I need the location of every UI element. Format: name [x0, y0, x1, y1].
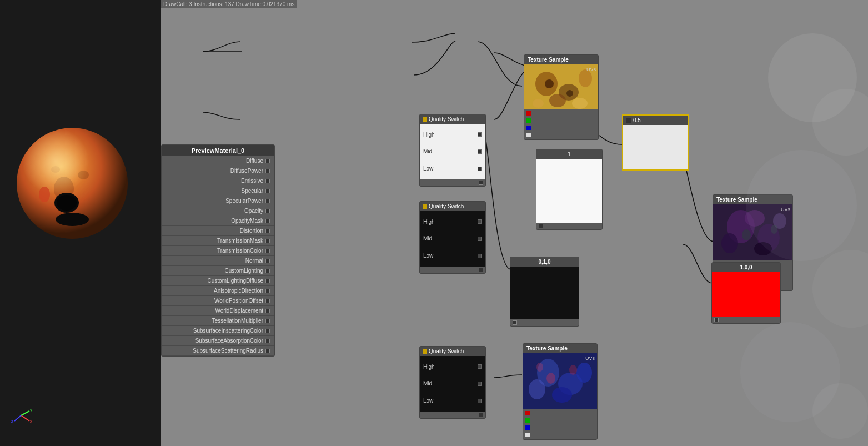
svg-line-12 [14, 415, 21, 421]
pm-row-distortion: Distortion [162, 226, 274, 236]
port-normal[interactable] [265, 259, 270, 263]
port-specularpower[interactable] [265, 199, 270, 203]
node-quality-switch-1[interactable]: Quality Switch High Mid Low [419, 114, 486, 187]
ts1-uvs-label: UVs [586, 67, 596, 72]
qs1-output-port[interactable] [479, 181, 483, 185]
port-subsurfacescatter[interactable] [265, 349, 270, 353]
port-customlightingdiffuse[interactable] [265, 279, 270, 283]
qs2-body: High Mid Low [420, 211, 485, 267]
pm-row-subsurfaceinsc: SubsurfaceInscatteringColor [162, 326, 274, 336]
qs2-output-port[interactable] [479, 268, 483, 272]
ts3-green-dot[interactable] [525, 418, 530, 423]
node-constant-100[interactable]: 1,0,0 [711, 262, 781, 324]
svg-point-41 [569, 365, 577, 375]
c010-header: 0,1,0 [510, 257, 579, 267]
ts1-image: UVs [524, 64, 598, 109]
svg-line-11 [21, 411, 29, 415]
qs2-header: Quality Switch [420, 202, 485, 211]
pm-row-anisotropic: AnisotropicDirection [162, 286, 274, 296]
pm-row-subsurfacescatter: SubsurfaceScatteringRadius [162, 346, 274, 356]
port-transmissioncolor[interactable] [265, 249, 270, 253]
c1-header: 1 [536, 149, 602, 159]
ts3-port-blue [525, 424, 595, 431]
ts2-image: UVs [713, 204, 792, 260]
node-constant-1[interactable]: 1 [536, 149, 603, 230]
svg-point-29 [721, 233, 738, 253]
qs1-port-high[interactable] [478, 132, 482, 137]
c1-output-port[interactable] [539, 224, 543, 228]
svg-point-39 [552, 387, 572, 403]
svg-point-44 [812, 89, 868, 156]
ts2-uvs-label: UVs [781, 207, 790, 212]
port-worldposition[interactable] [265, 299, 270, 303]
ts3-red-dot[interactable] [525, 411, 530, 415]
c100-output-port[interactable] [714, 318, 719, 322]
qs1-output [420, 179, 485, 186]
svg-point-23 [545, 79, 554, 88]
ts3-blue-dot[interactable] [525, 425, 530, 430]
qs3-port-high[interactable] [478, 364, 482, 369]
ts3-uvs-label: UVs [585, 355, 595, 361]
c010-output-port[interactable] [513, 320, 517, 325]
qs2-port-high[interactable] [478, 219, 482, 224]
port-anisotropic[interactable] [265, 289, 270, 293]
svg-point-32 [742, 229, 751, 240]
ts1-port-blue [526, 124, 596, 131]
ts1-red-dot[interactable] [526, 111, 531, 116]
node-texture-sample-3[interactable]: Texture Sample UVs [523, 343, 598, 440]
port-tessellation[interactable] [265, 319, 270, 323]
qs2-port-mid[interactable] [478, 237, 482, 241]
pm-row-opacity: Opacity [162, 206, 274, 216]
node-graph[interactable]: PreviewMaterial_0 Diffuse DiffusePower E… [161, 11, 868, 446]
node-preview-material[interactable]: PreviewMaterial_0 Diffuse DiffusePower E… [161, 144, 275, 357]
port-emissive[interactable] [265, 179, 270, 183]
qs3-port-mid[interactable] [478, 382, 482, 386]
c010-output [510, 319, 579, 326]
node-constant-05[interactable]: 0.5 [622, 114, 689, 171]
node-texture-sample-1[interactable]: Texture Sample UVs [524, 54, 599, 140]
ts1-green-dot[interactable] [526, 118, 531, 123]
port-opacitymask[interactable] [265, 219, 270, 223]
node-quality-switch-2[interactable]: Quality Switch High Mid Low [419, 201, 486, 274]
port-subsurfaceabs[interactable] [265, 339, 270, 343]
port-opacity[interactable] [265, 209, 270, 213]
qs3-output-port[interactable] [479, 413, 483, 417]
c05-port-in[interactable] [626, 118, 631, 123]
qs2-port-low[interactable] [478, 254, 482, 258]
qs1-port-mid[interactable] [478, 149, 482, 154]
ts3-white-dot[interactable] [525, 433, 530, 437]
port-specular[interactable] [265, 189, 270, 193]
qs3-port-low[interactable] [478, 399, 482, 403]
port-diffuse[interactable] [265, 159, 270, 163]
ts3-image: UVs [523, 353, 597, 409]
port-worlddisplacement[interactable] [265, 309, 270, 313]
ts1-white-dot[interactable] [526, 133, 531, 137]
pm-row-opacitymask: OpacityMask [162, 216, 274, 226]
c05-value: 0.5 [633, 117, 641, 123]
qs3-title: Quality Switch [429, 348, 464, 354]
svg-point-47 [740, 322, 840, 422]
port-distortion[interactable] [265, 229, 270, 233]
ts1-blue-dot[interactable] [526, 126, 531, 130]
qs1-row-mid: Mid [420, 146, 485, 157]
ts1-port-white [526, 132, 596, 138]
preview-material-header: PreviewMaterial_0 [162, 145, 274, 156]
port-diffusepower[interactable] [265, 169, 270, 173]
qs1-icon [423, 117, 427, 122]
ts3-port-green [525, 417, 595, 424]
port-transmissionmask[interactable] [265, 239, 270, 243]
qs3-row-mid: Mid [420, 378, 485, 389]
pm-row-transmissionmask: TransmissionMask [162, 236, 274, 246]
c1-output [536, 223, 602, 229]
port-subsurfaceinsc[interactable] [265, 329, 270, 333]
node-constant-010[interactable]: 0,1,0 [510, 257, 579, 327]
node-quality-switch-3[interactable]: Quality Switch High Mid Low [419, 346, 486, 419]
qs3-icon [423, 349, 427, 354]
pm-row-worldposition: WorldPositionOffset [162, 296, 274, 306]
qs3-body: High Mid Low [420, 356, 485, 412]
svg-point-38 [576, 363, 592, 383]
svg-point-20 [549, 94, 566, 107]
qs1-port-low[interactable] [478, 167, 482, 171]
port-customlighting[interactable] [265, 269, 270, 273]
c05-body [623, 125, 688, 169]
